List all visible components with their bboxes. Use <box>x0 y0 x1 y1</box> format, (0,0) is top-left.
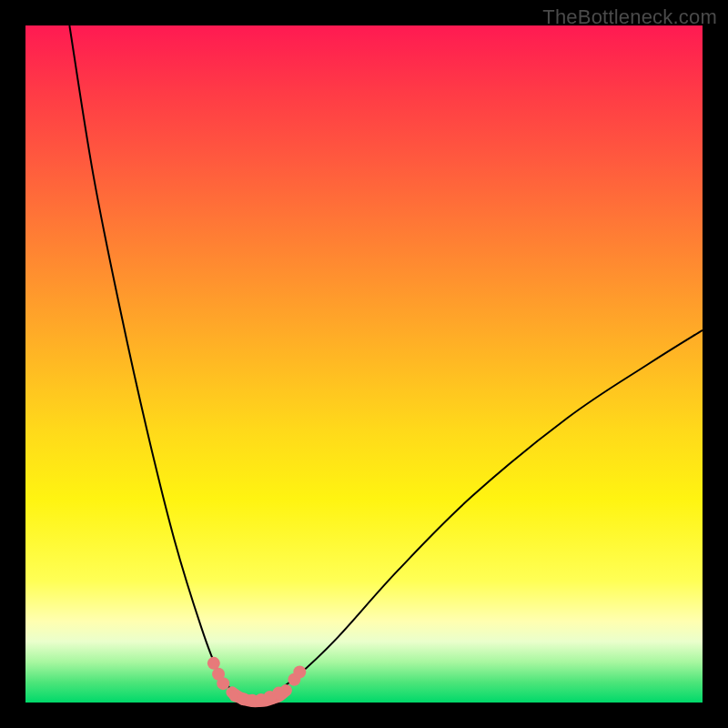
watermark-text: TheBottleneck.com <box>542 5 717 29</box>
plot-area <box>25 25 703 703</box>
chart-svg <box>25 25 703 703</box>
curve-left-branch <box>69 25 248 702</box>
marker-point <box>207 657 220 670</box>
marker-point <box>272 687 285 700</box>
marker-point <box>293 666 306 679</box>
marker-point <box>217 677 229 690</box>
chart-frame: TheBottleneck.com <box>0 0 728 728</box>
curve-layer <box>69 25 703 702</box>
marker-layer <box>207 657 306 707</box>
curve-right-branch <box>249 330 703 702</box>
